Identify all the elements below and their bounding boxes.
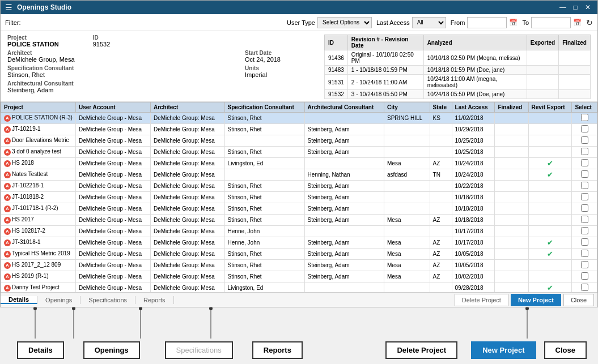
tab-openings[interactable]: Openings [37,296,80,304]
close-button[interactable]: Close [563,294,594,306]
spec-consultant-cell: Stinson, Rhet [224,203,304,215]
table-row[interactable]: AJT-102218-1 DeMichele Group - Mesa DeMi… [1,181,597,192]
select-cell[interactable] [572,215,597,226]
select-checkbox[interactable] [581,114,588,121]
arch-consultant-cell: Steinberg, Adam [304,181,384,192]
select-cell[interactable] [572,113,597,124]
last-access-cell: 10/22/2018 [452,181,495,192]
select-checkbox[interactable] [581,125,588,132]
select-checkbox[interactable] [581,250,588,257]
select-cell[interactable] [572,226,597,237]
minimize-button[interactable]: — [558,2,568,12]
row-icon: A [4,172,11,178]
table-row[interactable]: AJT-101818-2 DeMichele Group - Mesa DeMi… [1,192,597,203]
select-cell[interactable] [572,260,597,271]
arch-consultant-cell: Steinberg, Adam [304,203,384,215]
rev-exported [527,66,558,75]
table-row[interactable]: AJT-31018-1 DeMichele Group - Mesa DeMic… [1,237,597,249]
main-table-wrapper[interactable]: ProjectUser AccountArchitectSpecificatio… [1,102,597,292]
architect-cell: DeMichele Group: Mesa [150,282,224,293]
user-account-cell: DeMichele Group - Mesa [75,135,150,147]
project-cell: AHS 102817-2 [1,226,76,237]
select-cell[interactable] [572,192,597,203]
table-row[interactable]: AHS 102817-2 DeMichele Group - Mesa DeMi… [1,226,597,237]
col-header: Revit Export [528,102,572,113]
select-checkbox[interactable] [581,284,588,291]
tab-reports[interactable]: Reports [135,296,174,304]
delete-project-button[interactable]: Delete Project [455,294,508,306]
revision-row: 91436 Original - 10/10/18 02:50 PM 10/10… [325,50,591,66]
annotation-labels: Details Openings Specifications Reports … [11,341,587,359]
projects-table: ProjectUser AccountArchitectSpecificatio… [1,102,597,292]
select-checkbox[interactable] [581,272,588,280]
select-checkbox[interactable] [581,182,588,189]
select-checkbox[interactable] [581,170,588,178]
table-row[interactable]: ANates Testtest DeMichele Group - Mesa D… [1,169,597,181]
table-row[interactable]: ATypical HS Metric 2019 DeMichele Group … [1,249,597,260]
rev-col-exported: Exported [527,35,558,50]
select-cell[interactable] [572,237,597,249]
tab-specifications[interactable]: Specifications [80,296,135,304]
table-row[interactable]: AHS 2019 (R-1) DeMichele Group - Mesa De… [1,271,597,282]
user-account-cell: DeMichele Group - Mesa [75,181,150,192]
project-value: POLICE STATION [7,41,59,48]
select-cell[interactable] [572,147,597,158]
spec-consultant-cell: Stinson, Rhet [224,260,304,271]
select-cell[interactable] [572,181,597,192]
select-cell[interactable] [572,169,597,181]
table-row[interactable]: AHS 2017 DeMichele Group - Mesa DeMichel… [1,215,597,226]
select-cell[interactable] [572,158,597,169]
from-date-input[interactable] [467,17,507,28]
select-cell[interactable] [572,135,597,147]
select-cell[interactable] [572,124,597,135]
revit-export-cell [528,192,572,203]
ann-openings: Openings [83,341,140,359]
to-label: To [522,19,529,26]
select-cell[interactable] [572,249,597,260]
select-checkbox[interactable] [581,261,588,268]
last-access-cell: 10/24/2018 [452,158,495,169]
select-cell[interactable] [572,282,597,293]
select-checkbox[interactable] [581,193,588,200]
table-row[interactable]: AHS 2017_2_12 809 DeMichele Group - Mesa… [1,260,597,271]
rev-analyzed: 10/18/18 01:59 PM (Doe, jane) [423,66,527,75]
city-cell [384,203,430,215]
select-checkbox[interactable] [581,227,588,234]
row-icon: A [4,262,11,269]
state-cell [430,147,452,158]
spec-consultant-cell: Stinson, Rhet [224,181,304,192]
table-row[interactable]: A3 dof 0 analyze test DeMichele Group - … [1,147,597,158]
table-row[interactable]: ADanny Test Project DeMichele Group - Me… [1,282,597,293]
row-icon: A [4,239,11,246]
select-checkbox[interactable] [581,238,588,246]
arch-consultant-cell: Steinberg, Adam [304,215,384,226]
svg-point-9 [525,307,529,310]
select-checkbox[interactable] [581,204,588,212]
new-project-button[interactable]: New Project [511,294,561,306]
revit-export-cell [528,124,572,135]
spec-consultant-cell: Livingston, Ed [224,158,304,169]
table-row[interactable]: ADoor Elevations Metric DeMichele Group … [1,135,597,147]
menu-icon[interactable]: ☰ [5,3,12,12]
table-row[interactable]: AJT-10219-1 DeMichele Group - Mesa DeMic… [1,124,597,135]
arch-consultant-label: Architectural Consultant [7,80,228,87]
table-row[interactable]: AJT-101718-1 (R-2) DeMichele Group - Mes… [1,203,597,215]
select-cell[interactable] [572,203,597,215]
last-access-cell: 11/02/2018 [452,113,495,124]
select-checkbox[interactable] [581,216,588,223]
select-checkbox[interactable] [581,148,588,155]
select-checkbox[interactable] [581,136,588,144]
maximize-button[interactable]: □ [570,2,580,12]
select-checkbox[interactable] [581,159,588,166]
spec-consultant-cell: Stinson, Rhet [224,192,304,203]
state-cell: AZ [430,237,452,249]
select-cell[interactable] [572,271,597,282]
lastaccess-select[interactable]: All [412,17,446,28]
to-date-input[interactable] [531,17,571,28]
tab-details[interactable]: Details [1,296,37,304]
table-row[interactable]: AHS 2018 DeMichele Group - Mesa DeMichel… [1,158,597,169]
close-window-button[interactable]: ✕ [583,2,593,12]
refresh-button[interactable]: ↻ [586,18,593,27]
table-row[interactable]: APOLICE STATION (R-3) DeMichele Group - … [1,113,597,124]
usertype-select[interactable]: Select Options [317,17,372,28]
